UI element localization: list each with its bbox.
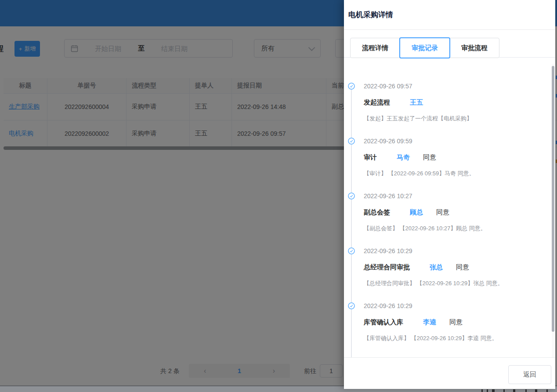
tab[interactable]: 审批流程 xyxy=(449,38,499,58)
entry-person-link[interactable]: 李逵 xyxy=(423,318,436,327)
clipped-glyph-mark xyxy=(525,389,527,392)
entry-title-row: 发起流程 王五 xyxy=(364,98,555,107)
entry-result: 同意 xyxy=(436,208,449,217)
detail-drawer: 电机采购详情 流程详情 审批记录 审批流程 xyxy=(344,0,555,389)
drawer-header: 电机采购详情 xyxy=(344,0,555,30)
timeline: 2022-09-26 09:57 发起流程 王五 【发起】王五发起了一个流程【电… xyxy=(344,64,555,357)
timeline-entry: 2022-09-26 10:27 副总会签 顾总 同意 【副总会签】 【2022… xyxy=(344,192,555,247)
entry-title-row: 总经理合同审批 张总 同意 xyxy=(364,263,555,272)
entry-result: 同意 xyxy=(456,263,469,272)
entry-description: 【发起】王五发起了一个流程【电机采购】 xyxy=(364,115,555,123)
drawer-footer: 返回 xyxy=(344,357,555,389)
entry-timestamp: 2022-09-26 10:29 xyxy=(364,302,555,309)
drawer-tabs: 流程详情 审批记录 审批流程 xyxy=(344,38,555,58)
entry-timestamp: 2022-09-26 09:57 xyxy=(364,83,555,90)
entry-timestamp: 2022-09-26 10:27 xyxy=(364,192,555,200)
clipped-glyph-mark xyxy=(513,389,515,392)
timeline-entry: 2022-09-26 10:29 总经理合同审批 张总 同意 【总经理合同审批】… xyxy=(344,247,555,302)
approval-record-list: 2022-09-26 09:57 发起流程 王五 【发起】王五发起了一个流程【电… xyxy=(344,64,555,357)
check-circle-icon xyxy=(348,138,355,145)
timeline-entry: 2022-09-26 09:59 审计 马奇 同意 【审计】 【2022-09-… xyxy=(344,138,555,192)
entry-stage: 副总会签 xyxy=(364,208,390,217)
entry-stage: 发起流程 xyxy=(364,98,390,107)
drawer-scrollbar-thumb[interactable] xyxy=(552,66,554,332)
entry-person-link[interactable]: 马奇 xyxy=(397,153,410,162)
clipped-glyph-mark xyxy=(535,389,537,392)
entry-timestamp: 2022-09-26 10:29 xyxy=(364,247,555,254)
entry-stage: 审计 xyxy=(364,153,377,162)
tab-label: 流程详情 xyxy=(362,44,388,51)
entry-result: 同意 xyxy=(449,318,463,327)
tab-group: 流程详情 审批记录 审批流程 xyxy=(350,38,499,58)
back-button[interactable]: 返回 xyxy=(508,365,551,384)
entry-stage: 库管确认入库 xyxy=(364,318,403,327)
entry-result: 同意 xyxy=(423,153,436,162)
entry-description: 【总经理合同审批】 【2022-09-26 10:29】张总 同意。 xyxy=(364,279,555,287)
entry-person-link[interactable]: 顾总 xyxy=(410,208,423,217)
timeline-entry: 2022-09-26 09:57 发起流程 王五 【发起】王五发起了一个流程【电… xyxy=(344,83,555,138)
clipped-glyph-mark xyxy=(546,389,548,392)
entry-title-row: 审计 马奇 同意 xyxy=(364,153,555,162)
entry-person-link[interactable]: 王五 xyxy=(410,98,423,107)
entry-description: 【审计】 【2022-09-26 09:59】马奇 同意。 xyxy=(364,170,555,178)
tab[interactable]: 审批记录 xyxy=(400,38,449,58)
tab[interactable]: 流程详情 xyxy=(351,38,400,58)
screen: 程 + 新增 至 所有 标题 单据号 流程类型 xyxy=(0,0,557,392)
entry-description: 【副总会签】 【2022-09-26 10:27】顾总 同意。 xyxy=(364,225,555,232)
clipped-glyph-mark xyxy=(487,389,488,392)
entry-timestamp: 2022-09-26 09:59 xyxy=(364,138,555,145)
check-circle-icon xyxy=(348,83,355,90)
drawer-title: 电机采购详情 xyxy=(348,10,393,20)
entry-title-row: 副总会签 顾总 同意 xyxy=(364,208,555,217)
entry-description: 【库管确认入库】 【2022-09-26 10:29】李逵 同意。 xyxy=(364,334,555,342)
tab-label: 审批流程 xyxy=(461,44,488,51)
clipped-glyph-mark xyxy=(481,389,483,392)
clipped-glyph-mark xyxy=(492,389,495,392)
clipped-glyph-mark xyxy=(503,389,505,392)
entry-person-link[interactable]: 张总 xyxy=(430,263,443,272)
check-circle-icon xyxy=(348,192,355,200)
entry-stage: 总经理合同审批 xyxy=(364,263,410,272)
tab-label: 审批记录 xyxy=(412,44,438,51)
check-circle-icon xyxy=(348,302,355,309)
entry-title-row: 库管确认入库 李逵 同意 xyxy=(364,318,555,327)
timeline-entry: 2022-09-26 10:29 库管确认入库 李逵 同意 【库管确认入库】 【… xyxy=(344,302,555,357)
check-circle-icon xyxy=(348,247,355,254)
